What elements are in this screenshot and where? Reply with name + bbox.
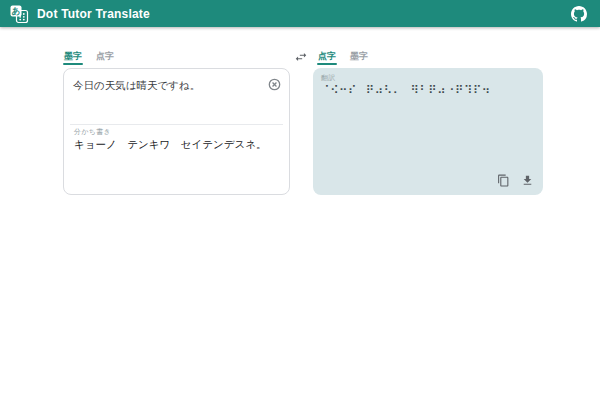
download-button[interactable] bbox=[519, 172, 535, 188]
output-actions bbox=[495, 172, 535, 188]
copy-icon bbox=[497, 174, 510, 187]
app-header: あ Dot Tutor Translate bbox=[0, 0, 600, 27]
swap-horizontal-arrows-icon bbox=[294, 50, 308, 64]
github-icon bbox=[571, 6, 587, 22]
input-card-divider bbox=[70, 124, 283, 125]
braille-output-text: ⠈⠪⠒⠎⠀⠟⠴⠣⠄⠀⠻⠃⠟⠴⠐⠟⠹⠏⠲ bbox=[321, 83, 537, 98]
circle-x-icon bbox=[268, 78, 281, 91]
app-logo-icon: あ bbox=[9, 4, 29, 24]
github-link[interactable] bbox=[568, 3, 590, 25]
tab-input-tenji[interactable]: 点字 bbox=[95, 50, 115, 65]
swap-direction-button[interactable] bbox=[293, 50, 309, 64]
output-tabs: 点字 墨字 bbox=[317, 50, 369, 65]
app-window: あ Dot Tutor Translate 墨字 点字 今日の天気は晴天ですね。 bbox=[0, 0, 600, 400]
translation-label: 翻訳 bbox=[321, 74, 336, 81]
input-tabs: 墨字 点字 bbox=[63, 50, 115, 65]
tab-output-tenji[interactable]: 点字 bbox=[317, 50, 337, 65]
download-icon bbox=[521, 174, 534, 187]
output-card: 翻訳 ⠈⠪⠒⠎⠀⠟⠴⠣⠄⠀⠻⠃⠟⠴⠐⠟⠹⠏⠲ bbox=[313, 68, 543, 195]
source-text-input[interactable]: 今日の天気は晴天ですね。 bbox=[73, 78, 263, 93]
app-title: Dot Tutor Translate bbox=[37, 7, 150, 21]
wakachigaki-label: 分かち書き bbox=[74, 128, 111, 135]
main-content: 墨字 点字 今日の天気は晴天ですね。 分かち書き キョーノ テンキワ セイテンデ… bbox=[0, 27, 600, 400]
tab-input-sumiji[interactable]: 墨字 bbox=[63, 50, 83, 65]
svg-text:あ: あ bbox=[12, 6, 21, 16]
clear-input-button[interactable] bbox=[267, 78, 281, 92]
wakachigaki-text: キョーノ テンキワ セイテンデスネ。 bbox=[74, 137, 281, 152]
tab-output-sumiji[interactable]: 墨字 bbox=[349, 50, 369, 65]
input-card: 今日の天気は晴天ですね。 分かち書き キョーノ テンキワ セイテンデスネ。 bbox=[63, 68, 290, 195]
copy-button[interactable] bbox=[495, 172, 511, 188]
